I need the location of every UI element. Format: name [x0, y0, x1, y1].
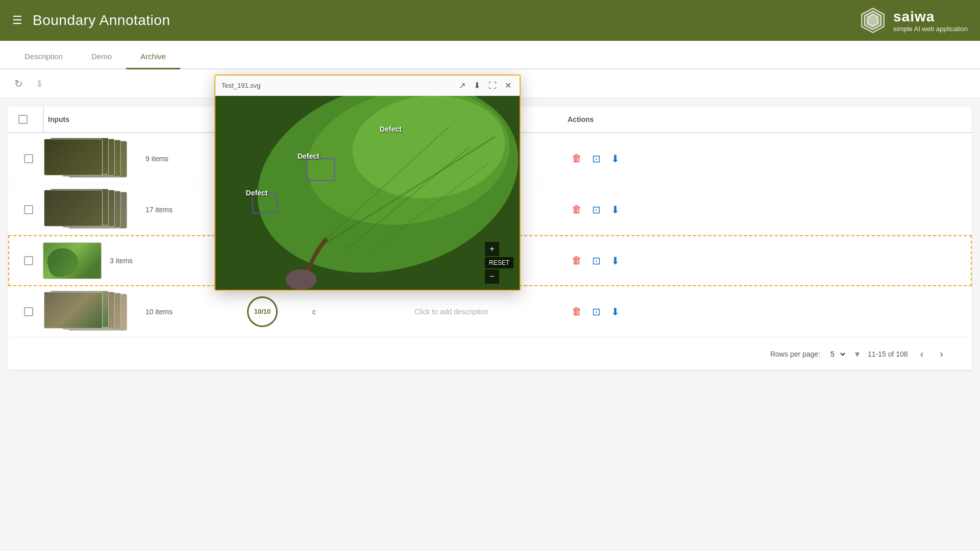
row3-checkbox-cell	[14, 256, 43, 265]
row1-thumbnail-stack[interactable]	[43, 138, 137, 180]
modal-expand-button[interactable]: ↗	[457, 80, 468, 91]
row1-thumbnail-cell: 9 items	[43, 134, 216, 184]
download-button[interactable]: ⬇	[33, 76, 46, 92]
row2-annotate-button[interactable]: ⊡	[590, 202, 603, 218]
row2-thumbnail-cell: 17 items	[43, 185, 216, 235]
row3-annotate-button[interactable]: ⊡	[590, 253, 603, 269]
row2-download-button[interactable]: ⬇	[609, 202, 622, 218]
row2-checkbox-cell	[14, 205, 43, 214]
leaf-image: Defect Defect Defect + RESET −	[215, 96, 520, 290]
refresh-button[interactable]: ↻	[12, 76, 25, 92]
row4-download-button[interactable]: ⬇	[609, 304, 622, 320]
row1-checkbox-cell	[14, 154, 43, 163]
tab-archive[interactable]: Archive	[126, 45, 180, 69]
th-inputs: Inputs	[43, 107, 216, 132]
svg-point-11	[286, 269, 316, 290]
defect-box-3	[251, 192, 278, 214]
row4-description[interactable]: Click to add description	[410, 308, 564, 316]
header-left: ☰ Boundary Annotation	[12, 12, 170, 29]
logo-text: saiwa simple AI web application	[893, 9, 968, 33]
select-all-checkbox[interactable]	[18, 115, 28, 124]
header: ☰ Boundary Annotation saiwa simple AI we…	[0, 0, 980, 41]
next-page-button[interactable]: ›	[936, 346, 947, 362]
modal-close-button[interactable]: ✕	[503, 80, 513, 91]
app-title: Boundary Annotation	[33, 12, 170, 29]
row4-checkbox-cell	[14, 307, 43, 316]
rows-per-page-select[interactable]: 5 10 20	[828, 349, 847, 359]
row4-label: c	[308, 308, 410, 316]
th-checkbox	[14, 107, 43, 132]
row1-checkbox[interactable]	[24, 154, 33, 163]
pagination: Rows per page: 5 10 20 ▾ 11-15 of 108 ‹ …	[16, 337, 964, 370]
row4-items-count: 10 items	[141, 308, 177, 316]
zoom-in-button[interactable]: +	[485, 242, 499, 256]
logo-icon	[859, 6, 887, 35]
logo-name: saiwa	[893, 9, 968, 25]
modal-controls: ↗ ⬇ ⛶ ✕	[457, 80, 513, 91]
row2-items-count: 17 items	[141, 206, 177, 214]
reset-button[interactable]: RESET	[485, 257, 513, 268]
row1-items-count: 9 items	[141, 155, 173, 163]
row2-actions: 🗑 ⊡ ⬇	[564, 202, 666, 218]
menu-icon[interactable]: ☰	[12, 14, 22, 27]
rows-per-page-label: Rows per page:	[770, 350, 820, 358]
modal-download-button[interactable]: ⬇	[472, 80, 482, 91]
modal-header: Test_191.svg ↗ ⬇ ⛶ ✕	[215, 76, 520, 96]
row3-delete-button[interactable]: 🗑	[570, 253, 584, 268]
row4-thumbnail-stack[interactable]	[43, 291, 137, 333]
th-actions: Actions	[564, 107, 666, 132]
row3-actions: 🗑 ⊡ ⬇	[564, 253, 666, 269]
logo: saiwa simple AI web application	[859, 6, 968, 35]
row1-annotate-button[interactable]: ⊡	[590, 151, 603, 167]
row1-actions: 🗑 ⊡ ⬇	[564, 151, 666, 167]
row3-items-count: 3 items	[106, 257, 137, 265]
svg-marker-2	[868, 14, 878, 27]
row2-delete-button[interactable]: 🗑	[570, 202, 584, 217]
row4-thumbnail-cell: 10 items	[43, 287, 216, 337]
tabs: Description Demo Archive	[0, 41, 980, 69]
tab-description[interactable]: Description	[10, 45, 77, 69]
row1-delete-button[interactable]: 🗑	[570, 151, 584, 166]
image-preview-modal: Test_191.svg ↗ ⬇ ⛶ ✕	[214, 74, 521, 291]
row4-progress-cell: 10/10	[216, 296, 308, 327]
tab-demo[interactable]: Demo	[77, 45, 126, 69]
table-row: 10 items 10/10 c Click to add descriptio…	[8, 286, 972, 337]
zoom-controls: + RESET −	[485, 242, 513, 284]
row4-checkbox[interactable]	[24, 307, 33, 316]
row3-checkbox[interactable]	[24, 256, 33, 265]
row4-annotate-button[interactable]: ⊡	[590, 304, 603, 320]
zoom-out-button[interactable]: −	[485, 269, 499, 284]
rows-per-page-chevron: ▾	[855, 348, 860, 360]
row1-download-button[interactable]: ⬇	[609, 151, 622, 167]
row4-actions: 🗑 ⊡ ⬇	[564, 304, 666, 320]
row3-thumbnail-cell: 3 items	[43, 238, 216, 283]
modal-title: Test_191.svg	[222, 82, 261, 89]
prev-page-button[interactable]: ‹	[916, 346, 928, 362]
row4-progress-circle: 10/10	[247, 296, 278, 327]
row3-download-button[interactable]: ⬇	[609, 253, 622, 269]
row4-delete-button[interactable]: 🗑	[570, 304, 584, 319]
row2-thumbnail-stack[interactable]	[43, 189, 137, 231]
main-content: ↻ ⬇ Inputs Progress Actions	[0, 69, 980, 551]
logo-sub: simple AI web application	[893, 25, 968, 33]
modal-fullscreen-button[interactable]: ⛶	[486, 80, 499, 91]
modal-body: Defect Defect Defect + RESET −	[215, 96, 520, 290]
page-info: 11-15 of 108	[868, 350, 908, 358]
row2-checkbox[interactable]	[24, 205, 33, 214]
defect-box-2	[307, 158, 335, 181]
